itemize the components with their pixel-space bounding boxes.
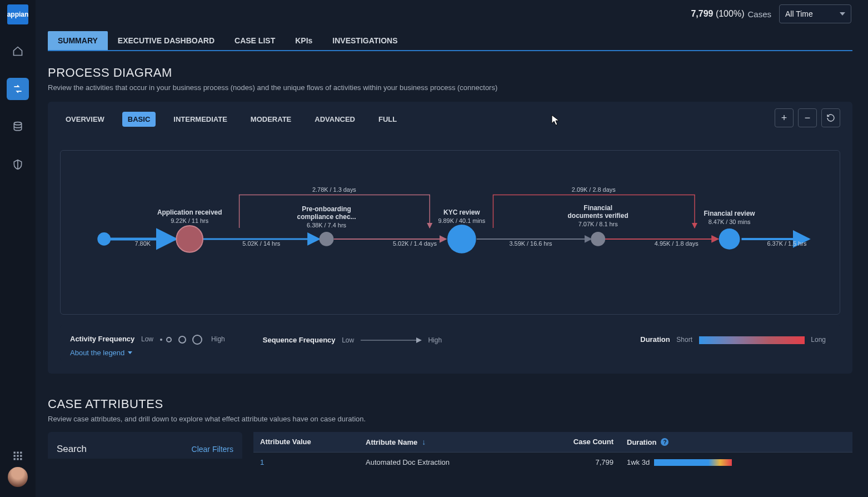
legend-duration: Duration Short Long [640,335,830,344]
svg-text:7.80K: 7.80K [135,240,151,247]
page-desc: Review the activities that occur in your… [48,83,852,92]
col-case-count[interactable]: Case Count [526,432,620,452]
tab-summary[interactable]: SUMMARY [48,31,108,50]
svg-text:9.22K / 11 hrs: 9.22K / 11 hrs [171,217,208,224]
svg-text:Application received: Application received [157,208,222,216]
svg-text:4.95K / 1.8 days: 4.95K / 1.8 days [655,240,699,247]
svg-rect-9 [20,458,22,460]
svg-text:7.07K / 8.1 hrs: 7.07K / 8.1 hrs [578,221,618,227]
database-icon[interactable] [7,116,29,138]
legend-activity-freq: Activity Frequency Low High About the le… [70,335,230,345]
svg-point-25 [176,226,203,252]
svg-text:Pre-onboarding: Pre-onboarding [302,205,351,213]
dtab-advanced[interactable]: ADVANCED [309,112,361,127]
case-count-label: Cases [747,9,771,19]
svg-text:9.89K / 40.1 mins: 9.89K / 40.1 mins [438,217,485,224]
svg-text:KYC review: KYC review [443,208,480,216]
topbar: 7,799 (100%) Cases All Time [36,0,868,28]
chevron-down-icon [128,351,132,354]
info-icon[interactable]: ? [661,438,669,446]
svg-text:2.09K / 2.8 days: 2.09K / 2.8 days [572,186,616,193]
col-duration[interactable]: Duration ? [620,432,781,452]
svg-text:Financial: Financial [583,204,612,212]
zoom-in-button[interactable]: + [775,108,794,127]
svg-point-35 [591,232,605,246]
tab-exec-dashboard[interactable]: EXECUTIVE DASHBOARD [108,31,225,50]
table-row[interactable]: 1 Automated Doc Extraction 7,799 1wk 3d [253,453,852,472]
home-icon[interactable] [7,40,29,62]
logo[interactable]: appian [7,4,28,24]
dtab-basic[interactable]: BASIC [122,112,156,127]
svg-rect-8 [17,458,18,460]
svg-text:compliance chec...: compliance chec... [297,213,356,221]
duration-bar [654,459,732,466]
content: PROCESS DIAGRAM Review the activities th… [48,66,852,497]
avatar[interactable] [8,467,28,487]
col-attr-name[interactable]: Attribute Name ↓ [359,432,526,452]
legend-sequence-freq: Sequence Frequency Low High [263,336,446,344]
process-icon[interactable] [7,78,29,100]
svg-rect-3 [20,452,22,454]
dtab-intermediate[interactable]: INTERMEDIATE [168,112,233,127]
svg-text:6.37K / 1.5 hrs: 6.37K / 1.5 hrs [767,240,806,247]
table-header: Attribute Value Attribute Name ↓ Case Co… [253,432,852,453]
ca-search-panel: Search Clear Filters [48,432,242,459]
about-legend-link[interactable]: About the legend [70,349,132,357]
chevron-down-icon [840,12,845,16]
svg-point-32 [447,225,476,254]
process-panel: OVERVIEW BASIC INTERMEDIATE MODERATE ADV… [48,102,852,374]
svg-point-24 [97,232,111,246]
svg-text:5.02K / 1.4 days: 5.02K / 1.4 days [393,240,437,247]
svg-rect-7 [14,458,16,460]
svg-rect-1 [14,452,16,454]
svg-text:documents verified: documents verified [568,212,628,220]
ca-table: Attribute Value Attribute Name ↓ Case Co… [253,432,852,472]
svg-point-0 [14,122,21,125]
svg-rect-5 [17,455,18,456]
sidebar: appian [0,0,36,497]
zoom-out-button[interactable]: − [798,108,817,127]
dtab-overview[interactable]: OVERVIEW [60,112,110,127]
svg-point-39 [719,228,740,250]
page-title: PROCESS DIAGRAM [48,66,852,80]
detail-tabs: OVERVIEW BASIC INTERMEDIATE MODERATE ADV… [60,112,840,127]
attr-value-link[interactable]: 1 [260,458,264,466]
svg-text:5.02K / 14 hrs: 5.02K / 14 hrs [242,240,280,247]
time-range-select[interactable]: All Time [779,4,851,23]
sort-arrow-icon: ↓ [422,438,426,446]
shield-icon[interactable] [7,153,29,176]
svg-point-28 [320,232,334,246]
case-attributes-section: CASE ATTRIBUTES Review case attributes, … [48,397,852,472]
svg-text:Financial review: Financial review [704,210,756,217]
tab-investigations[interactable]: INVESTIGATIONS [322,31,407,50]
process-diagram[interactable]: 7.80K 5.02K / 14 hrs 5.02K / 1.4 days 3.… [60,150,840,315]
svg-text:3.59K / 16.6 hrs: 3.59K / 16.6 hrs [510,240,553,247]
svg-text:6.38K / 7.4 hrs: 6.38K / 7.4 hrs [307,222,346,228]
search-label: Search [57,444,87,455]
tab-kpis[interactable]: KPIs [285,31,322,50]
apps-icon[interactable] [7,445,29,467]
tab-case-list[interactable]: CASE LIST [225,31,285,50]
svg-rect-4 [14,455,16,456]
svg-text:2.78K / 1.3 days: 2.78K / 1.3 days [312,186,356,193]
col-attr-value[interactable]: Attribute Value [253,432,359,452]
svg-text:8.47K / 30 mins: 8.47K / 30 mins [709,218,751,225]
legend: Activity Frequency Low High About the le… [60,325,840,361]
zoom-reset-button[interactable] [821,108,840,127]
main-tabs: SUMMARY EXECUTIVE DASHBOARD CASE LIST KP… [48,31,852,51]
svg-rect-6 [20,455,22,456]
zoom-controls: + − [775,108,840,127]
dtab-full[interactable]: FULL [373,112,402,127]
clear-filters-link[interactable]: Clear Filters [192,445,233,454]
svg-rect-2 [17,452,18,454]
dtab-moderate[interactable]: MODERATE [245,112,297,127]
ca-desc: Review case attributes, and drill down t… [48,415,852,423]
ca-title: CASE ATTRIBUTES [48,397,852,411]
case-count: 7,799 (100%) [691,9,744,19]
